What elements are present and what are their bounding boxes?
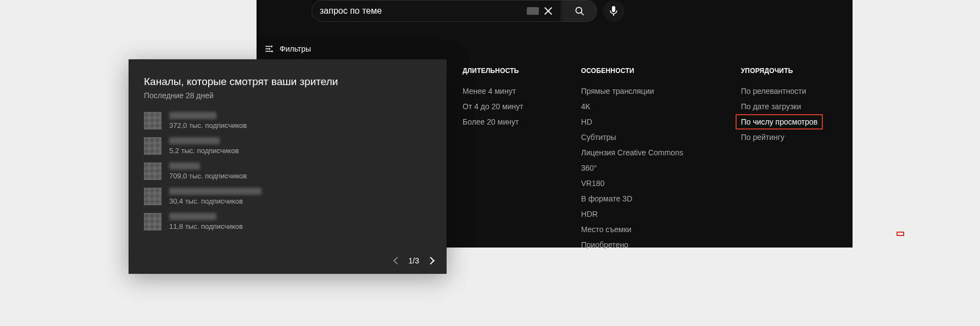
filter-option[interactable]: HD bbox=[581, 117, 683, 126]
filter-option[interactable]: Прямые трансляции bbox=[581, 87, 683, 95]
channel-name-redacted bbox=[169, 213, 216, 220]
channel-subscribers: 30,4 тыс. подписчиков bbox=[169, 197, 261, 205]
pager-label: 1/3 bbox=[409, 256, 419, 265]
filter-option[interactable]: Приобретено bbox=[581, 240, 683, 249]
filter-option[interactable]: В формате 3D bbox=[581, 194, 683, 203]
filter-option[interactable]: Место съемки bbox=[581, 225, 683, 234]
clear-icon[interactable] bbox=[543, 6, 553, 16]
channel-thumbnail bbox=[144, 162, 162, 180]
channel-subscribers: 709,0 тыс. подписчиков bbox=[169, 172, 247, 180]
card-title: Каналы, которые смотрят ваши зрители bbox=[144, 76, 433, 88]
pager: 1/3 bbox=[144, 256, 433, 265]
channel-name-redacted bbox=[169, 137, 220, 144]
channel-row[interactable]: 11,8 тыс. подписчиков bbox=[144, 213, 433, 231]
filter-column-sort: УПОРЯДОЧИТЬ По релевантности По дате заг… bbox=[741, 67, 823, 256]
channel-thumbnail bbox=[144, 137, 162, 155]
filters-toggle[interactable]: Фильтры bbox=[264, 44, 311, 54]
filter-header-features: ОСОБЕННОСТИ bbox=[581, 67, 683, 75]
filter-option[interactable]: По рейтингу bbox=[741, 133, 823, 142]
search-bar[interactable] bbox=[311, 0, 561, 22]
svg-rect-2 bbox=[612, 6, 615, 12]
channel-subscribers: 372,0 тыс. подписчиков bbox=[169, 121, 247, 130]
filter-option[interactable]: Менее 4 минут bbox=[463, 87, 524, 95]
svg-point-6 bbox=[271, 50, 273, 52]
channel-row[interactable]: 709,0 тыс. подписчиков bbox=[144, 162, 433, 180]
filter-option[interactable]: Субтитры bbox=[581, 133, 683, 142]
search-input[interactable] bbox=[320, 6, 527, 16]
filter-header-duration: ДЛИТЕЛЬНОСТЬ bbox=[463, 67, 524, 75]
filter-option[interactable]: 4K bbox=[581, 102, 683, 111]
search-icon bbox=[574, 5, 585, 16]
channel-row[interactable]: 372,0 тыс. подписчиков bbox=[144, 112, 433, 130]
channel-thumbnail bbox=[144, 112, 162, 130]
filters-label: Фильтры bbox=[280, 44, 311, 53]
keyboard-icon[interactable] bbox=[527, 7, 539, 15]
channel-row[interactable]: 5,2 тыс. подписчиков bbox=[144, 137, 433, 155]
channel-thumbnail bbox=[144, 213, 162, 231]
filter-column-duration: ДЛИТЕЛЬНОСТЬ Менее 4 минут От 4 до 20 ми… bbox=[463, 67, 524, 256]
svg-point-5 bbox=[269, 48, 270, 50]
channel-name-redacted bbox=[169, 112, 216, 119]
channel-subscribers: 11,8 тыс. подписчиков bbox=[169, 222, 243, 231]
filter-option[interactable]: HDR bbox=[581, 210, 683, 218]
filter-header-sort: УПОРЯДОЧИТЬ bbox=[741, 67, 823, 75]
filter-option[interactable]: От 4 до 20 минут bbox=[463, 102, 524, 111]
chevron-right-icon[interactable] bbox=[427, 257, 435, 265]
channel-thumbnail bbox=[144, 188, 162, 205]
filter-option[interactable]: 360° bbox=[581, 164, 683, 172]
microphone-icon bbox=[609, 5, 618, 16]
filter-option[interactable]: Более 20 минут bbox=[463, 117, 524, 126]
audience-channels-card: Каналы, которые смотрят ваши зрители Пос… bbox=[129, 59, 447, 274]
channel-name-redacted bbox=[169, 162, 200, 170]
tune-icon bbox=[264, 44, 274, 54]
channel-subscribers: 5,2 тыс. подписчиков bbox=[169, 147, 239, 155]
channel-name-redacted bbox=[169, 188, 261, 195]
filter-option-highlighted[interactable]: По числу просмотров bbox=[736, 114, 823, 130]
card-subtitle: Последние 28 дней bbox=[144, 91, 433, 100]
filter-option[interactable]: По дате загрузки bbox=[741, 102, 823, 111]
channel-row[interactable]: 30,4 тыс. подписчиков bbox=[144, 188, 433, 205]
chevron-left-icon[interactable] bbox=[393, 257, 400, 265]
svg-point-4 bbox=[271, 46, 272, 47]
filter-option[interactable]: Лицензия Creative Commons bbox=[581, 148, 683, 157]
svg-line-1 bbox=[581, 13, 583, 15]
filter-column-features: ОСОБЕННОСТИ Прямые трансляции 4K HD Субт… bbox=[581, 67, 683, 256]
filter-option[interactable]: VR180 bbox=[581, 179, 683, 188]
svg-point-0 bbox=[576, 7, 582, 13]
filter-option[interactable]: По релевантности bbox=[741, 87, 823, 95]
search-button[interactable] bbox=[562, 0, 597, 22]
voice-search-button[interactable] bbox=[603, 0, 625, 22]
annotation-marker bbox=[897, 232, 904, 236]
